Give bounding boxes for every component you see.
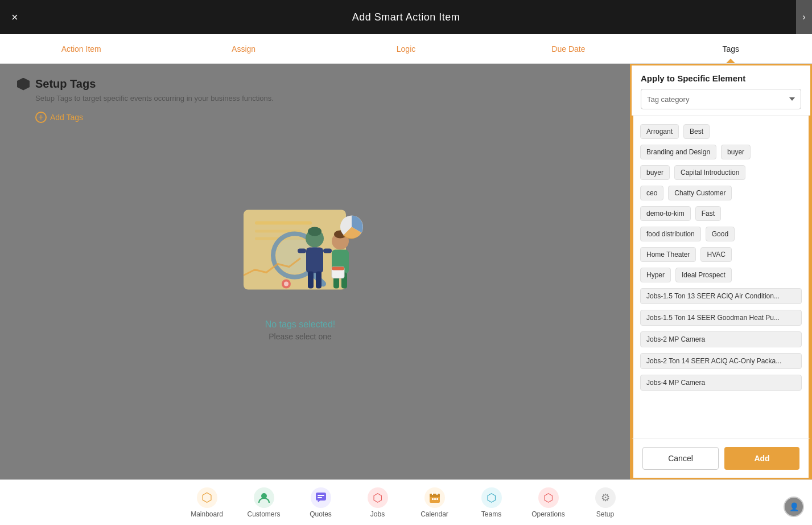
add-tags-label: Add Tags [50, 113, 83, 122]
svg-point-23 [284, 282, 288, 286]
svg-rect-13 [323, 249, 332, 253]
tag-row: demo-to-kim Fast [640, 203, 802, 224]
svg-rect-27 [318, 497, 322, 498]
tab-assign[interactable]: Assign [162, 34, 324, 63]
tab-action-item[interactable]: Action Item [0, 34, 162, 63]
setup-tags-title: Setup Tags [35, 77, 96, 91]
tab-tags[interactable]: Tags [650, 34, 812, 63]
nav-item-setup[interactable]: ⚙ Setup [577, 483, 634, 523]
nav-item-operations[interactable]: ⬡ Operations [520, 483, 577, 523]
illustration-area: No tags selected! Please select one [226, 187, 374, 341]
add-tags-plus-icon: + [35, 112, 47, 123]
tag-chip-buyer2[interactable]: buyer [640, 165, 670, 180]
user-avatar[interactable]: 👤 [784, 497, 804, 517]
tag-row: Jobs-2 Ton 14 SEER ACiQ AC-Only Packa... [640, 350, 802, 372]
setup-tags-description: Setup Tags to target specific events occ… [35, 94, 613, 102]
please-select-text: Please select one [226, 332, 374, 341]
nav-item-calendar[interactable]: Calendar [406, 483, 463, 523]
right-panel: Apply to Specific Element Tag category A… [630, 64, 812, 479]
nav-items: ⬡ Mainboard Customers [179, 483, 634, 523]
customers-icon [254, 487, 274, 508]
cancel-button[interactable]: Cancel [642, 447, 719, 470]
nav-label-mainboard: Mainboard [191, 510, 223, 518]
calendar-icon [424, 487, 445, 508]
modal-header: × Add Smart Action Item › [0, 0, 812, 34]
tag-chip-jobs-2[interactable]: Jobs-1.5 Ton 14 SEER Goodman Heat Pu... [640, 310, 802, 326]
modal-title: Add Smart Action Item [352, 11, 460, 23]
tag-row: ceo Chatty Customer [640, 183, 802, 203]
nav-label-operations: Operations [531, 510, 565, 518]
nav-label-customers: Customers [247, 510, 280, 518]
tag-chip-demo-to-kim[interactable]: demo-to-kim [640, 206, 691, 221]
tag-chip-arrogant[interactable]: Arrogant [640, 124, 679, 139]
no-tags-text: No tags selected! [226, 319, 374, 330]
nav-label-jobs: Jobs [370, 510, 385, 518]
svg-rect-32 [436, 498, 438, 500]
setup-tags-header: Setup Tags [17, 77, 613, 91]
tag-chip-chatty-customer[interactable]: Chatty Customer [668, 186, 732, 200]
nav-item-mainboard[interactable]: ⬡ Mainboard [179, 483, 236, 523]
svg-rect-10 [308, 272, 314, 289]
tag-chip-hyper[interactable]: Hyper [640, 268, 671, 282]
teams-icon: ⬡ [481, 487, 502, 508]
tag-row: food distribution Good [640, 224, 802, 244]
tabs-bar: Action Item Assign Logic Due Date Tags [0, 34, 812, 64]
nav-item-quotes[interactable]: Quotes [292, 483, 349, 523]
svg-rect-9 [306, 248, 323, 273]
tag-chip-best[interactable]: Best [683, 124, 710, 139]
illustration-svg [226, 187, 374, 313]
operations-icon: ⬡ [538, 487, 559, 508]
tag-row: Branding and Design buyer [640, 142, 802, 162]
main-content: Setup Tags Setup Tags to target specific… [0, 64, 630, 479]
tag-category-select[interactable]: Tag category [641, 89, 801, 109]
panel-footer: Cancel Add [632, 438, 810, 479]
close-button[interactable]: × [11, 11, 18, 23]
tag-chip-ceo[interactable]: ceo [640, 186, 663, 200]
mainboard-icon: ⬡ [197, 487, 217, 508]
nav-label-teams: Teams [481, 510, 501, 518]
tag-chip-ideal-prospect[interactable]: Ideal Prospect [675, 268, 732, 282]
tag-chip-jobs-4[interactable]: Jobs-2 Ton 14 SEER ACiQ AC-Only Packa... [640, 353, 802, 369]
next-arrow-button[interactable]: › [796, 0, 812, 34]
tag-row: Jobs-2 MP Camera [640, 329, 802, 350]
modal-overlay: × Add Smart Action Item › Action Item As… [0, 0, 812, 525]
svg-rect-29 [430, 494, 440, 497]
tag-chip-branding[interactable]: Branding and Design [640, 145, 716, 159]
right-panel-header: Apply to Specific Element Tag category [632, 65, 810, 116]
add-tags-button[interactable]: + Add Tags [35, 112, 83, 123]
svg-rect-12 [298, 249, 306, 253]
tab-logic[interactable]: Logic [325, 34, 487, 63]
tag-chip-jobs-3[interactable]: Jobs-2 MP Camera [640, 331, 802, 347]
nav-label-setup: Setup [596, 510, 614, 518]
tag-chip-hvac[interactable]: HVAC [700, 247, 731, 262]
add-button[interactable]: Add [724, 447, 799, 470]
quotes-icon [311, 487, 331, 508]
tag-chip-jobs-1[interactable]: Jobs-1.5 Ton 13 SEER ACiQ Air Condition.… [640, 288, 802, 304]
setup-tags-icon [17, 78, 30, 91]
nav-label-calendar: Calendar [421, 510, 448, 518]
nav-item-jobs[interactable]: ⬡ Jobs [349, 483, 406, 523]
tag-row: Jobs-4 MP Camera [640, 372, 802, 393]
svg-rect-30 [432, 498, 434, 500]
tag-chip-home-theater[interactable]: Home Theater [640, 247, 696, 262]
svg-rect-26 [318, 495, 324, 496]
tag-chip-capital-intro[interactable]: Capital Introduction [674, 165, 745, 180]
nav-item-customers[interactable]: Customers [236, 483, 292, 523]
svg-rect-20 [332, 267, 344, 270]
setup-icon: ⚙ [595, 487, 616, 508]
jobs-icon: ⬡ [368, 487, 388, 508]
tag-chip-good[interactable]: Good [706, 227, 735, 241]
tag-chip-jobs-5[interactable]: Jobs-4 MP Camera [640, 375, 802, 391]
tag-chip-buyer1[interactable]: buyer [721, 145, 751, 159]
tag-row: Jobs-1.5 Ton 13 SEER ACiQ Air Condition.… [640, 285, 802, 307]
nav-item-teams[interactable]: ⬡ Teams [463, 483, 520, 523]
tag-row: Home Theater HVAC [640, 244, 802, 265]
nav-label-quotes: Quotes [310, 510, 332, 518]
tag-chip-fast[interactable]: Fast [695, 206, 721, 221]
svg-rect-1 [255, 222, 312, 225]
tags-list: Arrogant Best Branding and Design buyer … [632, 116, 810, 438]
tag-row: buyer Capital Introduction [640, 162, 802, 183]
tag-chip-food-dist[interactable]: food distribution [640, 227, 701, 241]
svg-rect-31 [434, 498, 436, 500]
tab-due-date[interactable]: Due Date [487, 34, 649, 63]
